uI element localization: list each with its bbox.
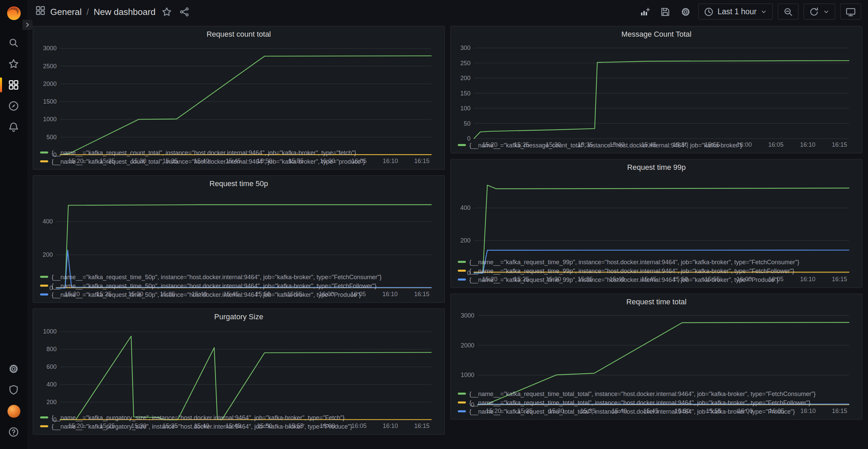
series-color-swatch (458, 270, 466, 272)
legend-item[interactable]: {__name__="kafka_request_time_total_tota… (458, 398, 856, 407)
svg-text:800: 800 (47, 346, 57, 353)
series-color-swatch (40, 285, 48, 287)
chevron-down-icon (760, 8, 767, 15)
panel-title[interactable]: Request time total (457, 296, 856, 308)
legend-item[interactable]: {__name__="kafka_request_time_99p", inst… (458, 257, 856, 266)
svg-text:2500: 2500 (43, 63, 57, 70)
panel-title[interactable]: Request time 99p (457, 162, 856, 173)
series-color-swatch (458, 261, 466, 263)
top-nav: General / New dashboard (27, 0, 868, 23)
legend-item[interactable]: {__name__="kafka_request_count_total", i… (40, 157, 438, 166)
breadcrumb-separator: / (87, 6, 89, 17)
sidebar-item-explore[interactable] (4, 96, 23, 115)
panel-title[interactable]: Message Count Total (457, 29, 856, 40)
svg-text:2000: 2000 (43, 80, 57, 87)
dashboard-column-left: Request count total 05001000150020002500… (33, 26, 445, 435)
time-series-chart[interactable]: 020040015:2015:2515:3015:3515:4015:4515:… (39, 190, 438, 272)
svg-text:200: 200 (43, 251, 53, 258)
series-color-swatch (458, 144, 466, 146)
series-color-swatch (40, 416, 48, 418)
legend-item[interactable]: {__name__="kafka_purgatory_size", instan… (40, 422, 438, 431)
time-series-chart[interactable]: 05001000150020002500300015:2015:2515:301… (39, 40, 438, 148)
sidebar (0, 0, 27, 449)
legend-item[interactable]: {__name__="kafka_request_time_50p", inst… (40, 281, 438, 290)
series-color-swatch (40, 293, 48, 295)
sidebar-item-alerting[interactable] (4, 118, 23, 137)
series-color-swatch (40, 276, 48, 278)
legend-item[interactable]: {__name__="kafka_purgatory_size", instan… (40, 413, 438, 422)
star-dashboard-button[interactable] (160, 5, 173, 18)
legend-item[interactable]: {__name__="kafka_request_count_total", i… (40, 148, 438, 157)
zoom-out-time-button[interactable] (778, 3, 799, 20)
series-label: {__name__="kafka_request_count_total", i… (52, 158, 365, 165)
legend-item[interactable]: {__name__="kafka_request_time_50p", inst… (40, 290, 438, 299)
user-avatar (7, 405, 20, 417)
refresh-button[interactable] (803, 3, 835, 20)
series-label: {__name__="kafka_request_time_50p", inst… (52, 273, 382, 280)
time-series-chart[interactable]: 05010015020025030015:2015:2515:3015:3515… (457, 40, 856, 141)
panel-request-time-50p: Request time 50p 020040015:2015:2515:301… (33, 175, 445, 303)
dashboards-grid-icon (8, 79, 19, 90)
panel-request-count-total: Request count total 05001000150020002500… (33, 26, 445, 170)
series-color-swatch (40, 425, 48, 427)
sidebar-item-profile[interactable] (4, 401, 23, 420)
bell-icon (8, 122, 19, 132)
chevron-right-icon (24, 22, 31, 28)
legend: {__name__="kafka_message_count_total", i… (457, 141, 856, 151)
sidebar-expand-button[interactable] (22, 20, 33, 30)
time-series-chart[interactable]: 020040015:2015:2515:3015:3515:4015:4515:… (457, 173, 856, 257)
series-label: {__name__="kafka_request_time_99p", inst… (469, 276, 779, 283)
sidebar-item-starred[interactable] (4, 54, 23, 73)
series-label: {__name__="kafka_request_time_50p", inst… (52, 282, 377, 289)
sidebar-item-search[interactable] (4, 33, 23, 52)
legend-item[interactable]: {__name__="kafka_request_time_total_tota… (458, 407, 856, 416)
save-dashboard-button[interactable] (658, 3, 673, 20)
svg-text:2000: 2000 (461, 342, 474, 349)
time-series-chart[interactable]: 0200400600800100015:2015:2515:3015:3515:… (39, 323, 438, 413)
legend: {__name__="kafka_request_count_total", i… (39, 148, 438, 167)
monitor-icon (846, 6, 856, 17)
share-dashboard-button[interactable] (178, 5, 191, 18)
svg-text:200: 200 (460, 237, 471, 244)
breadcrumb: General / New dashboard (35, 5, 191, 18)
legend: {__name__="kafka_purgatory_size", instan… (39, 413, 438, 432)
svg-text:300: 300 (460, 44, 471, 51)
legend-item[interactable]: {__name__="kafka_message_count_total", i… (458, 141, 856, 149)
time-series-chart[interactable]: 010002000300015:2015:2515:3015:3515:4015… (457, 308, 856, 389)
panel-title[interactable]: Purgatory Size (39, 311, 438, 323)
sidebar-item-server-admin[interactable] (4, 380, 23, 399)
svg-text:50: 50 (464, 120, 471, 127)
breadcrumb-folder[interactable]: General (50, 6, 82, 17)
series-color-swatch (458, 410, 466, 412)
sidebar-item-help[interactable] (4, 423, 23, 442)
kiosk-mode-button[interactable] (840, 3, 861, 20)
main-area: General / New dashboard (27, 0, 868, 449)
legend-item[interactable]: {__name__="kafka_request_time_total_tota… (458, 389, 856, 398)
svg-text:500: 500 (47, 134, 57, 141)
time-range-picker[interactable]: Last 1 hour (699, 3, 773, 20)
panel-request-time-total: Request time total 010002000300015:2015:… (450, 293, 863, 420)
sidebar-item-dashboards[interactable] (4, 75, 23, 94)
series-color-swatch (458, 279, 466, 281)
panel-title[interactable]: Request time 50p (39, 178, 438, 190)
svg-text:150: 150 (460, 90, 471, 97)
svg-text:1000: 1000 (461, 372, 474, 378)
add-panel-button[interactable] (637, 3, 653, 20)
panel-request-time-99p: Request time 99p 020040015:2015:2515:301… (450, 159, 863, 288)
legend-item[interactable]: {__name__="kafka_request_time_99p", inst… (458, 266, 856, 275)
save-icon (661, 6, 671, 17)
svg-text:600: 600 (47, 363, 57, 370)
grafana-logo[interactable] (5, 5, 22, 22)
add-panel-icon (640, 6, 650, 17)
zoom-out-icon (783, 6, 793, 17)
panel-purgatory-size: Purgatory Size 0200400600800100015:2015:… (33, 308, 445, 435)
legend-item[interactable]: {__name__="kafka_request_time_99p", inst… (458, 275, 856, 284)
panel-title[interactable]: Request count total (39, 29, 438, 40)
sidebar-item-configuration[interactable] (4, 359, 23, 378)
legend-item[interactable]: {__name__="kafka_request_time_50p", inst… (40, 272, 438, 281)
dashboard-settings-button[interactable] (678, 3, 694, 20)
breadcrumb-dashboard-title[interactable]: New dashboard (94, 6, 156, 17)
clock-icon (704, 6, 714, 17)
svg-text:3000: 3000 (43, 45, 57, 52)
compass-icon (8, 101, 19, 111)
